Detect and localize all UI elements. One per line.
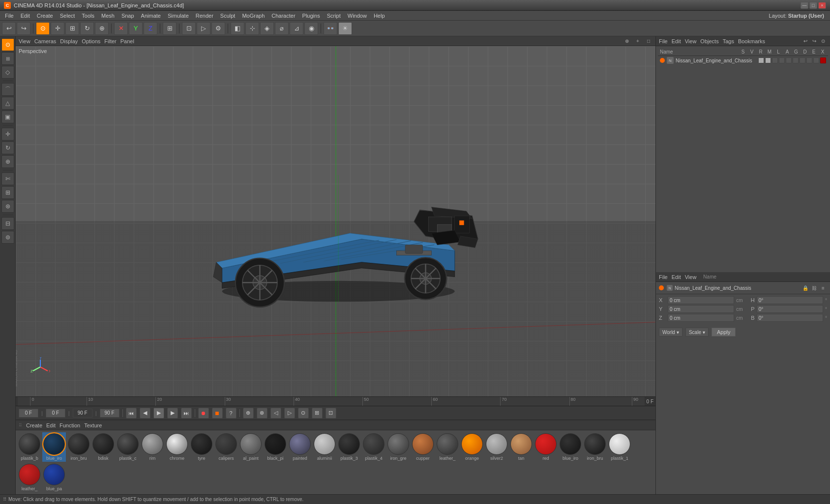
vp-menu-display[interactable]: Display <box>60 38 78 44</box>
mat-menu-create[interactable]: Create <box>26 422 42 428</box>
redo-button[interactable]: ↪ <box>17 22 30 35</box>
menu-window[interactable]: Window <box>345 12 370 20</box>
key-next-button[interactable]: ▷ <box>284 408 295 419</box>
mat-item-aluminii[interactable]: aluminii <box>313 432 336 462</box>
render-settings-button[interactable]: ⚙ <box>211 22 225 35</box>
obj-row-nissan[interactable]: N Nissan_Leaf_Engine_and_Chassis <box>658 56 828 65</box>
poly-button[interactable]: ◧ <box>231 22 244 35</box>
mat-item-plastik_b[interactable]: plastik_b <box>18 432 41 462</box>
obj-icon-1[interactable]: ↩ <box>801 37 809 45</box>
mat-item-iron_bru[interactable]: iron_bru <box>67 432 90 462</box>
vp-menu-options[interactable]: Options <box>82 38 100 44</box>
mat-item-plastik_4[interactable]: plastik_4 <box>362 432 385 462</box>
obj-menu-file[interactable]: File <box>659 38 668 44</box>
mat-item-plastik_3[interactable]: plastik_3 <box>337 432 361 462</box>
obj-menu-view[interactable]: View <box>685 38 697 44</box>
paint-tool[interactable]: ⊚ <box>1 231 14 244</box>
live-select-button[interactable]: ⊙ <box>36 22 50 35</box>
vp-icon-2[interactable]: + <box>634 37 642 45</box>
layer-tool[interactable]: ⊟ <box>1 217 14 230</box>
magnet-tool[interactable]: ⊛ <box>1 200 14 213</box>
obj-icon-2[interactable]: ↪ <box>810 37 818 45</box>
check-l[interactable] <box>786 57 792 63</box>
check-m[interactable] <box>779 57 785 63</box>
goto-end-button[interactable]: ⏭ <box>181 408 192 419</box>
menu-sculpt[interactable]: Sculpt <box>217 12 238 20</box>
goto-start-button[interactable]: ⏮ <box>126 408 137 419</box>
mat-item-blue_pa[interactable]: blue_pa <box>42 463 66 492</box>
selection-tool[interactable]: ⊙ <box>1 38 14 51</box>
move-tool-lt[interactable]: ✛ <box>1 128 14 140</box>
x-axis-button[interactable]: ✕ <box>114 22 128 35</box>
mat-item-red[interactable]: red <box>534 432 558 462</box>
mat-item-bdisk[interactable]: bdisk <box>91 432 115 462</box>
apply-button[interactable]: Apply <box>711 328 736 336</box>
mat-item-tan[interactable]: tan <box>509 432 533 462</box>
timeline-btn-extra[interactable]: ⊡ <box>326 408 336 419</box>
play-button[interactable]: ▶ <box>153 408 164 419</box>
check-s[interactable] <box>758 57 764 63</box>
move-button[interactable]: ✛ <box>51 22 64 35</box>
menu-render[interactable]: Render <box>193 12 216 20</box>
mat-menu-texture[interactable]: Texture <box>84 422 102 428</box>
menu-animate[interactable]: Animate <box>138 12 164 20</box>
attr-icon-lock[interactable]: 🔒 <box>801 284 809 292</box>
check-g[interactable] <box>800 57 805 63</box>
stop-button[interactable]: ⏹ <box>212 408 223 419</box>
menu-plugins[interactable]: Plugins <box>299 12 323 20</box>
mat-item-chrome[interactable]: chrome <box>165 432 189 462</box>
mat-item-leather2[interactable]: leather_ <box>18 463 41 492</box>
input-p-rot[interactable] <box>757 305 823 313</box>
menu-script[interactable]: Script <box>324 12 344 20</box>
scale-tool-lt[interactable]: ⊕ <box>1 155 14 168</box>
rotate-tool-lt[interactable]: ↻ <box>1 141 14 154</box>
deformer-button[interactable]: ◈ <box>260 22 274 35</box>
vp-menu-panel[interactable]: Panel <box>120 38 134 44</box>
check-d[interactable] <box>806 57 812 63</box>
check-r[interactable] <box>772 57 778 63</box>
frame-current-input[interactable] <box>46 409 65 418</box>
auto-key-button[interactable]: ⊙ <box>298 408 309 419</box>
menu-character[interactable]: Character <box>268 12 298 20</box>
spline-button[interactable]: ⌀ <box>275 22 289 35</box>
world-axis-button[interactable]: ⊞ <box>163 22 177 35</box>
keyframe-del-button[interactable]: ⊗ <box>257 408 267 419</box>
menu-snap[interactable]: Snap <box>119 12 137 20</box>
key-mode-button[interactable]: ⊞ <box>312 408 323 419</box>
menu-select[interactable]: Select <box>57 12 78 20</box>
mat-item-painted[interactable]: painted <box>288 432 312 462</box>
undo-button[interactable]: ↩ <box>2 22 16 35</box>
mat-item-plastik_c[interactable]: plastik_c <box>116 432 140 462</box>
vp-menu-view[interactable]: View <box>19 38 30 44</box>
key-prev-button[interactable]: ◁ <box>270 408 281 419</box>
check-v[interactable] <box>765 57 771 63</box>
render-view-button[interactable]: ▷ <box>197 22 210 35</box>
camera-button[interactable]: ⊿ <box>290 22 303 35</box>
check-a[interactable] <box>793 57 799 63</box>
prev-frame-button[interactable]: ◀ <box>140 408 150 419</box>
attr-menu-file[interactable]: File <box>659 274 668 280</box>
check-x[interactable] <box>820 57 826 63</box>
mat-item-tyre[interactable]: tyre <box>190 432 213 462</box>
record-button[interactable]: ⏺ <box>198 408 209 419</box>
next-frame-button[interactable]: ▶ <box>167 408 178 419</box>
light-button[interactable]: ◉ <box>304 22 318 35</box>
cube-tool[interactable]: ▣ <box>1 111 14 123</box>
mat-item-blue_iro2[interactable]: blue_iro <box>559 432 582 462</box>
attr-icon-chain[interactable]: ⛓ <box>810 284 818 292</box>
obj-menu-edit[interactable]: Edit <box>672 38 681 44</box>
z-axis-button[interactable]: Z <box>144 22 157 35</box>
obj-menu-tags[interactable]: Tags <box>723 38 734 44</box>
menu-help[interactable]: Help <box>371 12 388 20</box>
input-y-pos[interactable] <box>668 305 734 313</box>
viewport[interactable]: Perspective <box>16 46 655 396</box>
mat-item-silver2[interactable]: silver2 <box>485 432 508 462</box>
mat-item-iron_gre[interactable]: iron_gre <box>386 432 410 462</box>
menu-file[interactable]: File <box>2 12 17 20</box>
scale-button[interactable]: ⊞ <box>65 22 79 35</box>
knife-tool[interactable]: ✄ <box>1 172 14 185</box>
menu-edit[interactable]: Edit <box>18 12 33 20</box>
mat-item-plastik_1[interactable]: plastik_1 <box>608 432 631 462</box>
frame-end-input[interactable] <box>100 409 119 418</box>
obj-icon-3[interactable]: ⊙ <box>819 37 827 45</box>
